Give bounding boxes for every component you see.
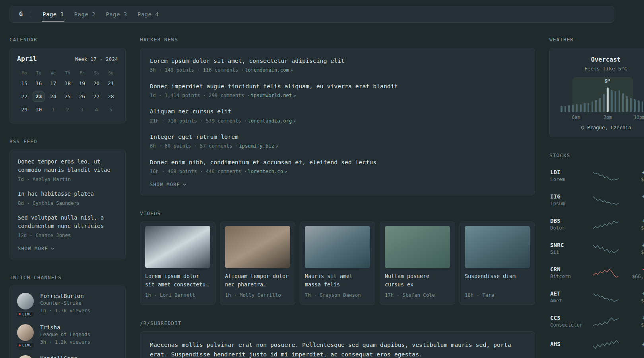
video-card[interactable]: Suspendisse diam18h · Tara [460,222,535,305]
rss-item[interactable]: Donec tempor eros leo, ut commodo mauris… [18,158,117,183]
video-thumbnail [145,226,210,268]
stock-row[interactable]: CCSConsectetur+0.51%$165.84 [549,309,644,333]
middle-column: HACKER NEWS Lorem ipsum dolor sit amet, … [140,37,535,358]
stock-row[interactable]: AETAmet+0.92%$499.72 [549,285,644,309]
video-title[interactable]: Mauris sit amet massa felis [305,272,370,289]
video-title[interactable]: Suspendisse diam [465,272,530,289]
external-link-icon: ↗ [275,144,278,149]
hackernews-item-stats: 21h · 710 points · 579 comments · [150,118,247,124]
video-meta: 1h · Molly Carrillo [225,292,290,299]
calendar-day: 1 [46,105,60,115]
video-meta: 1h · Lori Barnett [145,292,210,299]
subreddit-list: Maecenas mollis pulvinar erat non posuer… [150,340,525,358]
stock-row[interactable]: CRNBitcorn-1.00%$66,171.48 [549,261,644,285]
hackernews-section-title: HACKER NEWS [140,37,535,43]
video-title[interactable]: Aliquam tempor dolor nec pharetra… [225,272,290,289]
calendar-day: 27 [89,91,103,102]
hackernews-item: Aliquam nec cursus elit21h · 710 points … [150,107,525,125]
weather-bar [588,103,590,112]
hackernews-item-domain[interactable]: ipsumify.biz [239,143,274,149]
twitch-channel-game: Counter-Strike [40,300,90,306]
rss-item-title: Sed volutpat nulla nisl, a condimentum n… [18,214,117,231]
subreddit-widget: /R/SUBREDDIT Maecenas mollis pulvinar er… [140,320,535,358]
weather-bar [626,96,628,112]
rss-list: Donec tempor eros leo, ut commodo mauris… [18,158,117,239]
stock-row[interactable]: IIGIpsum+2.84%$42.04 [549,188,644,212]
stock-info: AETAmet [550,290,593,304]
avatar [17,355,34,358]
hackernews-item-title[interactable]: Donec enim nibh, condimentum et accumsan… [150,158,525,167]
subreddit-post-title[interactable]: Maecenas mollis pulvinar erat non posuer… [150,340,525,358]
video-card[interactable]: Mauris sit amet massa felis7h · Grayson … [300,222,375,305]
twitch-channel-name: KendallCarr [40,355,77,358]
calendar-day: 18 [60,78,75,89]
hackernews-show-more-button[interactable]: SHOW MORE [150,182,186,187]
twitch-channel-meta: 1h · 1.7k viewers [40,307,90,314]
video-card[interactable]: Nullam posuere cursus ex17h · Stefan Col… [380,222,455,305]
calendar-day: 26 [75,91,89,102]
calendar-day: 17 [46,78,60,89]
video-thumbnail [305,226,370,268]
tab-page-4[interactable]: Page 4 [132,6,164,22]
stock-price: $165.84 [619,322,644,328]
video-meta: 18h · Tara [465,292,530,299]
twitch-avatar-wrap: LIVE [17,324,35,346]
location-pin-icon [580,125,585,130]
stock-info: CCSConsectetur [550,315,593,328]
weekday-label: Tu [31,68,46,78]
hackernews-item-domain[interactable]: loremtech.co [248,169,283,174]
stock-row[interactable]: AHS+0.46% [549,333,644,355]
weather-bar [595,100,597,112]
twitch-channel-row[interactable]: LIVEKendallCarr [17,355,118,358]
twitch-channel-row[interactable]: LIVETrishaLeague of Legends3h · 1.2k vie… [17,324,118,346]
video-thumbnail [225,226,290,268]
rss-show-more-button[interactable]: SHOW MORE [18,246,54,251]
dashboard-page: G Page 1Page 2Page 3Page 4 CALENDAR Apri… [0,0,644,358]
left-column: CALENDAR April Week 17 · 2024 MoTuWeThFr… [10,37,126,358]
stock-values: +2.84%$42.04 [619,193,644,206]
video-title[interactable]: Nullam posuere cursus ex [385,272,450,289]
hackernews-item-meta: 3h · 148 points · 116 comments ·loremdom… [150,66,525,74]
hackernews-item-title[interactable]: Lorem ipsum dolor sit amet, consectetur … [150,56,525,65]
rss-item[interactable]: Sed volutpat nulla nisl, a condimentum n… [18,214,117,239]
twitch-channel-row[interactable]: LIVEForrestBurtonCounter-Strike1h · 1.7k… [17,293,118,314]
external-link-icon: ↗ [293,93,296,98]
twitch-widget: TWITCH CHANNELS LIVEForrestBurtonCounter… [10,274,126,358]
stock-row[interactable]: LDILorem+4.35%$795.18 [549,163,644,188]
weather-bar [603,94,605,112]
stock-ticker: AHS [550,341,593,347]
tab-page-2[interactable]: Page 2 [69,6,101,22]
calendar-day-today: 23 [33,91,45,102]
calendar-day: 25 [60,91,75,102]
stock-price: $499.72 [619,298,644,304]
tab-page-1[interactable]: Page 1 [37,6,69,22]
twitch-channel-name: Trisha [40,324,90,331]
live-badge-label: LIVE [22,312,32,316]
video-card[interactable]: Aliquam tempor dolor nec pharetra…1h · M… [220,222,295,305]
video-thumbnail [385,226,450,268]
hackernews-item-title[interactable]: Aliquam nec cursus elit [150,107,525,116]
app-logo[interactable]: G [19,11,23,18]
stock-sparkline [593,292,619,302]
hackernews-item-title[interactable]: Integer eget rutrum lorem [150,132,525,141]
hackernews-item-title[interactable]: Donec imperdiet augue tincidunt felis al… [150,82,525,91]
video-title[interactable]: Lorem ipsum dolor sit amet consectetu… [145,272,210,289]
rss-item[interactable]: In hac habitasse platea8d · Cynthia Saun… [18,190,117,207]
hackernews-item-domain[interactable]: ipsumworld.net [251,93,292,98]
video-card[interactable]: Lorem ipsum dolor sit amet consectetu…1h… [140,222,215,305]
weather-bars [559,88,644,112]
stock-info: IIGIpsum [550,193,593,206]
tab-page-3[interactable]: Page 3 [101,6,132,22]
stock-sparkline [593,316,619,327]
hackernews-item-domain[interactable]: loremdomain.com [245,67,289,73]
hackernews-item-meta: 6h · 60 points · 57 comments ·ipsumify.b… [150,142,525,150]
calendar-header: April Week 17 · 2024 [17,55,118,62]
stock-row[interactable]: SNRCSit+1.36%$148.64 [549,236,644,261]
stock-row[interactable]: DBSDolor+1.42%$156.28 [549,212,644,236]
calendar-day: 4 [89,105,103,115]
stock-name: Bitcorn [550,274,593,279]
hackernews-item-domain[interactable]: loremlandia.org [248,118,292,124]
weather-bar [622,93,624,112]
external-link-icon: ↗ [293,119,296,124]
weather-condition: Overcast [557,56,644,63]
